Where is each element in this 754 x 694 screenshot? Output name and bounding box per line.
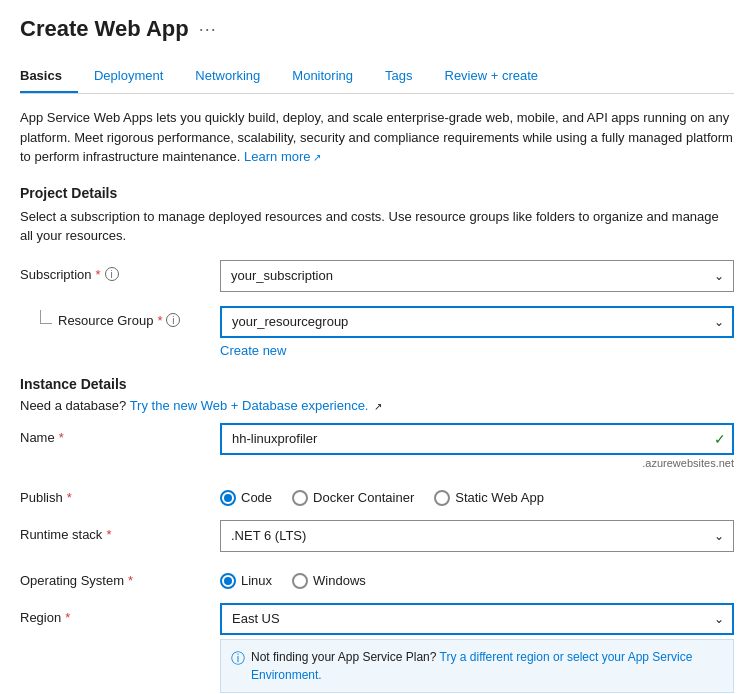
subscription-select-wrapper: your_subscription ⌄: [220, 260, 734, 292]
name-input[interactable]: [220, 423, 734, 455]
resource-group-required: *: [157, 313, 162, 328]
os-radio-group: Linux Windows: [220, 566, 734, 589]
tab-networking[interactable]: Networking: [179, 60, 276, 93]
app-description: App Service Web Apps lets you quickly bu…: [20, 108, 734, 167]
os-windows-radio[interactable]: [292, 573, 308, 589]
subscription-label: Subscription * i: [20, 267, 210, 282]
name-label: Name *: [20, 430, 210, 445]
publish-label: Publish *: [20, 490, 210, 505]
tab-deployment[interactable]: Deployment: [78, 60, 179, 93]
db-link[interactable]: Try the new Web + Database experience.: [130, 398, 372, 413]
subscription-select[interactable]: your_subscription: [220, 260, 734, 292]
runtime-row: Runtime stack * .NET 6 (LTS) ⌄: [20, 520, 734, 552]
tab-basics[interactable]: Basics: [20, 60, 78, 93]
resource-group-row: Resource Group * i your_resourcegroup ⌄ …: [20, 306, 734, 358]
publish-static-option[interactable]: Static Web App: [434, 490, 544, 506]
name-checkmark-icon: ✓: [714, 431, 726, 447]
publish-docker-radio[interactable]: [292, 490, 308, 506]
info-circle-icon: ⓘ: [231, 648, 245, 669]
publish-code-option[interactable]: Code: [220, 490, 272, 506]
db-notice: Need a database? Try the new Web + Datab…: [20, 398, 734, 413]
resource-group-label: Resource Group * i: [58, 313, 180, 328]
subscription-row: Subscription * i your_subscription ⌄: [20, 260, 734, 292]
region-info-banner: ⓘ Not finding your App Service Plan? Try…: [220, 639, 734, 693]
name-required: *: [59, 430, 64, 445]
publish-row: Publish * Code Docker Container Static W…: [20, 483, 734, 506]
region-select[interactable]: East US: [220, 603, 734, 635]
instance-details-title: Instance Details: [20, 376, 734, 392]
region-label: Region *: [20, 610, 210, 625]
page-header: Create Web App ···: [20, 16, 734, 42]
learn-more-link[interactable]: Learn more↗: [244, 149, 320, 164]
page-title: Create Web App: [20, 16, 189, 42]
project-details-desc: Select a subscription to manage deployed…: [20, 207, 734, 246]
publish-static-radio[interactable]: [434, 490, 450, 506]
subscription-required: *: [96, 267, 101, 282]
runtime-required: *: [106, 527, 111, 542]
tab-bar: Basics Deployment Networking Monitoring …: [20, 60, 734, 94]
resource-group-label-col: Resource Group * i: [20, 306, 220, 328]
publish-radio-group: Code Docker Container Static Web App: [220, 483, 734, 506]
resource-group-select-wrapper: your_resourcegroup ⌄: [220, 306, 734, 338]
more-options-icon[interactable]: ···: [199, 19, 217, 40]
runtime-select[interactable]: .NET 6 (LTS): [220, 520, 734, 552]
db-external-icon: ↗: [374, 401, 382, 412]
runtime-label: Runtime stack *: [20, 527, 210, 542]
create-new-link[interactable]: Create new: [220, 343, 734, 358]
publish-required: *: [67, 490, 72, 505]
name-input-wrapper: ✓: [220, 423, 734, 455]
name-domain: .azurewebsites.net: [220, 457, 734, 469]
publish-docker-option[interactable]: Docker Container: [292, 490, 414, 506]
os-required: *: [128, 573, 133, 588]
subscription-info-icon[interactable]: i: [105, 267, 119, 281]
project-details-title: Project Details: [20, 185, 734, 201]
os-windows-option[interactable]: Windows: [292, 573, 366, 589]
region-info-text: Not finding your App Service Plan? Try a…: [251, 648, 723, 684]
os-label: Operating System *: [20, 573, 210, 588]
os-linux-option[interactable]: Linux: [220, 573, 272, 589]
runtime-select-wrapper: .NET 6 (LTS) ⌄: [220, 520, 734, 552]
region-row: Region * East US ⌄ ⓘ Not finding your Ap…: [20, 603, 734, 693]
publish-code-radio[interactable]: [220, 490, 236, 506]
region-required: *: [65, 610, 70, 625]
sub-line-icon: [40, 310, 52, 324]
name-row: Name * ✓ .azurewebsites.net: [20, 423, 734, 469]
tab-review-create[interactable]: Review + create: [429, 60, 555, 93]
os-row: Operating System * Linux Windows: [20, 566, 734, 589]
instance-details-section: Instance Details Need a database? Try th…: [20, 376, 734, 693]
external-link-icon: ↗: [313, 152, 321, 163]
os-linux-radio[interactable]: [220, 573, 236, 589]
region-select-wrapper: East US ⌄: [220, 603, 734, 635]
tab-tags[interactable]: Tags: [369, 60, 428, 93]
resource-group-info-icon[interactable]: i: [166, 313, 180, 327]
tab-monitoring[interactable]: Monitoring: [276, 60, 369, 93]
resource-group-select[interactable]: your_resourcegroup: [220, 306, 734, 338]
